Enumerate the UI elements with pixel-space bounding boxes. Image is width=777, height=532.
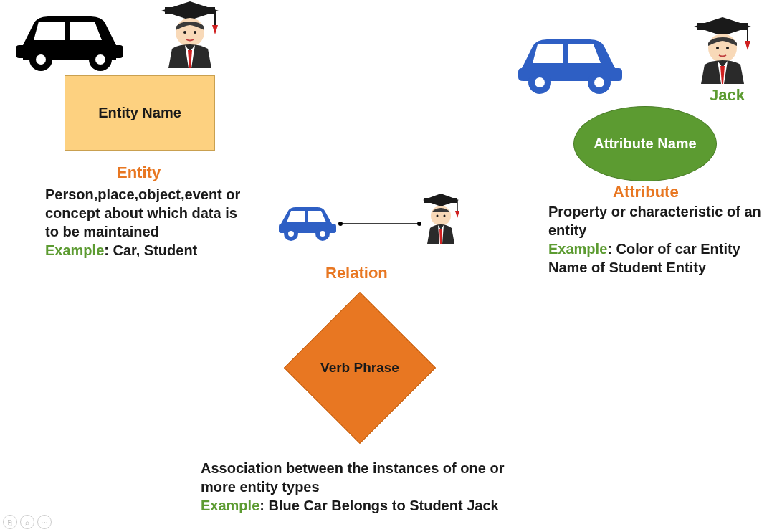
student-name-label: Jack [710,86,745,105]
entity-box-label: Entity Name [98,105,181,121]
svg-marker-20 [423,194,459,206]
svg-marker-25 [455,211,459,218]
svg-point-34 [726,47,729,49]
svg-point-15 [320,231,325,237]
toolbar-btn-more[interactable]: ⋯ [37,515,52,529]
svg-point-17 [338,222,343,226]
svg-marker-6 [161,1,219,20]
entity-title: Entity [117,163,161,182]
entity-description: Person,place,object,event or concept abo… [45,185,253,260]
relation-shape-label: Verb Phrase [320,360,399,376]
student-icon [151,0,229,75]
svg-marker-31 [694,17,751,36]
svg-point-14 [288,231,294,237]
svg-point-3 [36,54,46,65]
attribute-shape-label: Attribute Name [594,136,696,152]
entity-rectangle: Entity Name [65,75,215,151]
svg-point-9 [194,31,196,34]
student-icon-attr [683,16,762,90]
toolbar-btn-1[interactable]: ⎘ [3,515,17,529]
relation-title: Relation [325,264,388,282]
svg-point-29 [594,77,604,87]
student-icon-small [416,192,466,249]
svg-point-22 [437,215,439,217]
svg-marker-11 [212,25,218,34]
attribute-description: Property or characteristic of an entity … [548,202,771,277]
attribute-title: Attribute [613,183,679,201]
car-icon-blue [507,29,633,100]
relation-description: Association between the instances of one… [201,459,538,515]
svg-point-33 [716,47,719,49]
relation-connector [337,217,423,231]
car-icon-blue-small [272,201,340,247]
toolbar-btn-zoom[interactable]: ⌕ [20,515,34,529]
svg-point-23 [444,215,446,217]
svg-point-8 [183,31,186,34]
relation-diamond: Verb Phrase [306,314,414,422]
svg-point-28 [535,77,545,87]
toolbar: ⎘ ⌕ ⋯ [3,515,52,529]
svg-marker-36 [745,41,750,50]
attribute-ellipse: Attribute Name [573,106,717,181]
svg-point-4 [95,54,105,65]
car-icon-black [9,6,134,77]
